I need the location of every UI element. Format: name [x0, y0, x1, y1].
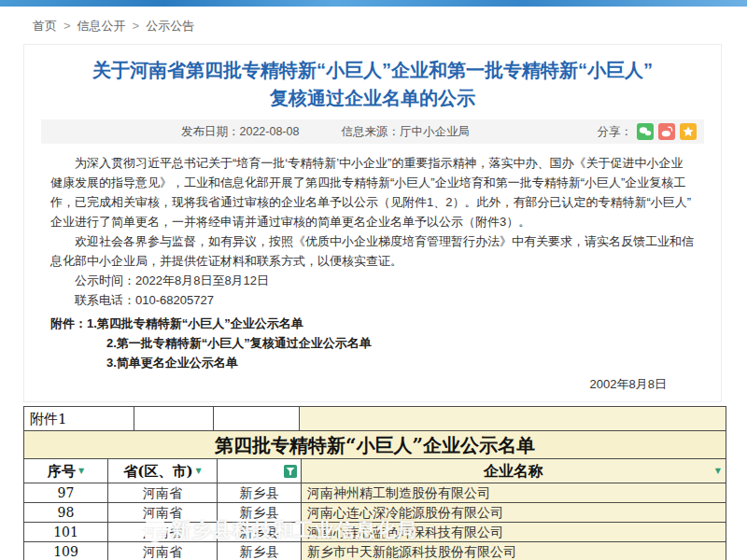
header-seq: 序号▼ — [24, 459, 108, 483]
paragraph-1: 为深入贯彻习近平总书记关于“培育一批‘专精特新’中小企业”的重要指示精神，落实中… — [50, 153, 695, 231]
header-seq-label: 序号 — [48, 459, 76, 483]
article-container: 关于河南省第四批专精特新“小巨人”企业和第一批专精特新“小巨人”复核通过企业名单… — [23, 44, 722, 402]
publish-date: 发布日期：2022-08-08 — [181, 124, 299, 140]
table-row: 98 河南省 新乡县 河南心连心深冷能源股份有限公司 — [24, 503, 726, 523]
contact-phone: 联系电话：010-68205727 — [50, 290, 695, 310]
filter-dropdown-icon[interactable]: ▼ — [715, 468, 721, 475]
county-cell: 新乡县 — [218, 483, 302, 503]
attachment-label-row: 附件1 — [24, 407, 726, 431]
signature-date: 2002年8月8日 — [50, 374, 695, 394]
attachment-table: 附件1 第四批专精特新“小巨人”企业公示名单 序号▼ 省(区、市)▼ — [23, 406, 726, 560]
province-cell: 河南省 — [108, 523, 218, 542]
empty-cell — [214, 407, 300, 431]
company-cell: 新乡市中天新能源科技股份有限公司 — [302, 542, 726, 560]
share-label: 分享： — [598, 124, 633, 140]
table-row: 97 河南省 新乡县 河南神州精工制造股份有限公司 — [24, 483, 726, 503]
wechat-share-icon[interactable] — [637, 123, 654, 140]
filter-dropdown-icon[interactable]: ▼ — [78, 468, 84, 475]
company-cell: 河南心连心蓝色环保科技有限公司 — [302, 523, 726, 542]
header-province: 省(区、市)▼ — [108, 459, 218, 483]
province-cell: 河南省 — [108, 483, 218, 503]
seq-cell: 109 — [24, 542, 108, 560]
page-title: 关于河南省第四批专精特新“小巨人”企业和第一批专精特新“小巨人”复核通过企业名单… — [92, 56, 653, 112]
seq-cell: 101 — [24, 523, 108, 542]
header-company-label: 企业名称 — [484, 459, 543, 483]
seq-cell: 97 — [24, 483, 108, 503]
weibo-share-icon[interactable] — [658, 123, 675, 140]
top-nav-bar — [0, 0, 747, 7]
breadcrumb-item-announcements[interactable]: 公示公告 — [146, 19, 194, 33]
seq-cell: 98 — [24, 503, 108, 523]
attachment-line-3: 3.简单更名企业公示名单 — [106, 353, 695, 372]
header-county — [218, 459, 302, 483]
active-filter-funnel-icon[interactable] — [284, 465, 297, 478]
county-cell: 新乡县 — [218, 523, 302, 542]
article-body: 为深入贯彻习近平总书记关于“培育一批‘专精特新’中小企业”的重要指示精神，落实中… — [24, 153, 721, 401]
header-province-label: 省(区、市) — [123, 459, 192, 483]
empty-cell — [134, 407, 214, 431]
province-cell: 河南省 — [108, 503, 218, 523]
table-header-row: 序号▼ 省(区、市)▼ 企业名称▼ — [24, 459, 726, 483]
table-row: 109 河南省 新乡县 新乡市中天新能源科技股份有限公司 — [24, 542, 726, 560]
attachment1-label: 附件1 — [24, 407, 134, 431]
favorite-star-icon[interactable] — [680, 123, 697, 140]
company-cell: 河南神州精工制造股份有限公司 — [302, 483, 726, 503]
attachment-list: 附件：1.第四批专精特新“小巨人”企业公示名单 2.第一批专精特新“小巨人”复核… — [50, 314, 695, 372]
table-title: 第四批专精特新“小巨人”企业公示名单 — [24, 431, 726, 459]
attachment-line-1: 附件：1.第四批专精特新“小巨人”企业公示名单 — [50, 314, 695, 333]
breadcrumb-item-home[interactable]: 首页 — [33, 19, 57, 33]
article-meta-bar: 发布日期：2022-08-08 信息来源：厅中小企业局 分享： — [41, 119, 704, 144]
breadcrumb-item-info-disclosure[interactable]: 信息公开 — [78, 19, 126, 33]
breadcrumb-separator: > — [133, 19, 140, 33]
company-cell: 河南心连心深冷能源股份有限公司 — [302, 503, 726, 523]
breadcrumb: 首页>信息公开>公示公告 — [33, 18, 747, 35]
empty-cell — [300, 407, 726, 431]
public-notice-period: 公示时间：2022年8月8日至8月12日 — [50, 271, 695, 290]
info-source: 信息来源：厅中小企业局 — [341, 124, 470, 140]
header-company-name: 企业名称▼ — [302, 459, 726, 483]
paragraph-2: 欢迎社会各界参与监督，如有异议，按照《优质中小企业梯度培育管理暂行办法》中有关要… — [50, 231, 695, 271]
table-title-row: 第四批专精特新“小巨人”企业公示名单 — [24, 431, 726, 459]
page: 首页>信息公开>公示公告 关于河南省第四批专精特新“小巨人”企业和第一批专精特新… — [0, 0, 747, 560]
province-cell: 河南省 — [108, 542, 218, 560]
filter-dropdown-icon[interactable]: ▼ — [196, 468, 202, 475]
share-bar: 分享： — [598, 123, 698, 140]
attachment-line-2: 2.第一批专精特新“小巨人”复核通过企业公示名单 — [106, 333, 695, 353]
county-cell: 新乡县 — [218, 503, 302, 523]
table-row: 101 河南省 新乡县 河南心连心蓝色环保科技有限公司 — [24, 523, 726, 542]
county-cell: 新乡县 — [218, 542, 302, 560]
breadcrumb-separator: > — [63, 19, 71, 33]
